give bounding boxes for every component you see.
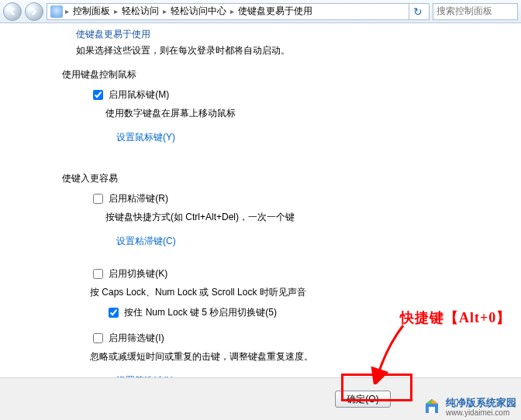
mouse-keys-desc: 使用数字键盘在屏幕上移动鼠标 (105, 107, 513, 120)
enable-sticky-keys-checkbox[interactable] (93, 194, 103, 204)
annotation-text: 快捷键【Alt+0】 (400, 308, 511, 327)
forward-button[interactable] (25, 2, 43, 21)
chevron-right-icon: ▸ (64, 7, 70, 15)
page-title: 使键盘更易于使用 (76, 28, 513, 41)
back-button[interactable] (3, 2, 22, 21)
filter-keys-desc: 忽略或减缓短时间或重复的击键，调整键盘重复速度。 (90, 350, 513, 363)
set-mouse-keys-link[interactable]: 设置鼠标键(Y) (116, 131, 175, 144)
watermark-name: 纯净版系统家园 (446, 398, 516, 408)
chevron-right-icon: ▸ (229, 7, 235, 15)
enable-toggle-keys-checkbox[interactable] (93, 269, 103, 279)
set-sticky-keys-link[interactable]: 设置粘滞键(C) (116, 235, 176, 248)
ok-button[interactable]: 确定(O) (335, 391, 391, 408)
watermark-url: www.yidaimei.com (446, 408, 516, 417)
svg-rect-0 (429, 407, 435, 413)
chevron-right-icon: ▸ (162, 7, 167, 15)
watermark-logo-icon (423, 398, 441, 416)
enable-filter-keys-label[interactable]: 启用筛选键(I) (109, 332, 164, 343)
toggle-keys-desc: 按 Caps Lock、Num Lock 或 Scroll Lock 时听见声音 (90, 286, 513, 299)
enable-mouse-keys-label[interactable]: 启用鼠标键(M) (109, 89, 169, 100)
breadcrumb[interactable]: ▸ 控制面板 ▸ 轻松访问 ▸ 轻松访问中心 ▸ 使键盘更易于使用 ↻ (47, 3, 430, 20)
sticky-keys-desc: 按键盘快捷方式(如 Ctrl+Alt+Del)，一次一个键 (105, 211, 513, 224)
section-mouse-keys: 使用键盘控制鼠标 (62, 68, 513, 81)
enable-mouse-keys-checkbox[interactable] (93, 90, 103, 100)
search-input[interactable]: 搜索控制面板 (433, 3, 518, 20)
breadcrumb-root[interactable]: 控制面板 (71, 3, 112, 19)
enable-toggle-keys-label[interactable]: 启用切换键(K) (109, 268, 167, 279)
address-bar: ▸ 控制面板 ▸ 轻松访问 ▸ 轻松访问中心 ▸ 使键盘更易于使用 ↻ 搜索控制… (0, 0, 521, 23)
watermark: 纯净版系统家园 www.yidaimei.com (423, 398, 516, 417)
hold-numlock-checkbox[interactable] (109, 308, 119, 318)
breadcrumb-ease-of-access-center[interactable]: 轻松访问中心 (169, 3, 228, 19)
control-panel-icon (50, 5, 63, 18)
page-intro: 如果选择这些设置，则在每次登录时都将自动启动。 (76, 44, 513, 57)
refresh-icon[interactable]: ↻ (409, 3, 426, 20)
enable-sticky-keys-label[interactable]: 启用粘滞键(R) (109, 193, 168, 204)
breadcrumb-keyboard-easier[interactable]: 使键盘更易于使用 (236, 3, 314, 19)
chevron-right-icon: ▸ (113, 7, 119, 15)
hold-numlock-label[interactable]: 按住 Num Lock 键 5 秒启用切换键(5) (124, 307, 277, 318)
enable-filter-keys-checkbox[interactable] (93, 333, 103, 343)
section-typing: 使键入更容易 (62, 172, 513, 185)
breadcrumb-ease-of-access[interactable]: 轻松访问 (120, 3, 160, 19)
